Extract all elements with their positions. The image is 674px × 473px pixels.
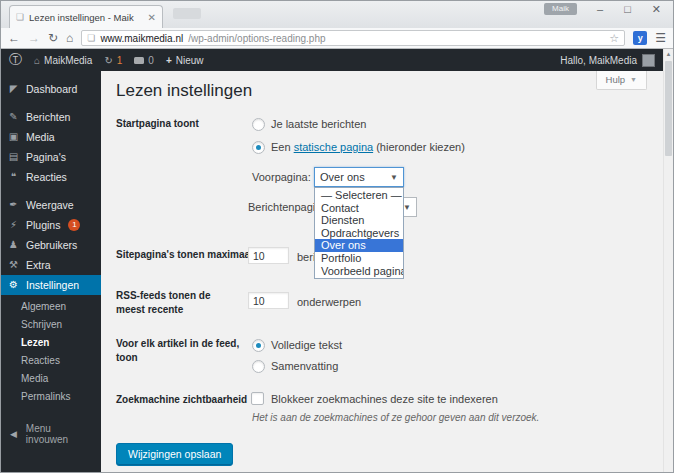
submenu-item-reacties[interactable]: Reacties <box>1 352 101 370</box>
blog-show-input[interactable] <box>248 247 289 264</box>
viewport: Ⓣ ⌂ MaikMedia ↻ 1 0 + Nieuw <box>1 49 673 473</box>
radio-static-page[interactable] <box>252 141 265 154</box>
plugins-icon: ⚡ <box>7 218 20 232</box>
adminbar-new[interactable]: + Nieuw <box>166 55 204 66</box>
static-page-link[interactable]: statische pagina <box>294 141 374 153</box>
page-title: Lezen instellingen <box>116 81 252 101</box>
sidebar-item-paginas[interactable]: ▤Pagina's <box>1 147 101 167</box>
sidebar-item-reacties[interactable]: ❝Reacties <box>1 167 101 187</box>
sidebar-item-label: Plugins <box>26 218 60 232</box>
tools-icon: ⚒ <box>7 258 20 272</box>
close-icon[interactable]: ✕ <box>652 3 661 16</box>
bookmark-star-icon[interactable]: ☆ <box>609 32 619 45</box>
submenu-item-algemeen[interactable]: Algemeen <box>1 298 101 316</box>
sidebar-item-dashboard[interactable]: ◤Dashboard <box>1 79 101 99</box>
save-button[interactable]: Wijzigingen opslaan <box>116 443 233 466</box>
frontpage-dropdown-list: — Selecteren — Contact Diensten Opdracht… <box>314 187 404 279</box>
forward-icon[interactable]: → <box>28 32 40 44</box>
extension-icon[interactable]: y <box>633 31 647 45</box>
radio-summary[interactable] <box>252 360 265 373</box>
adminbar-site-link[interactable]: ⌂ MaikMedia <box>34 55 92 66</box>
sidebar-item-label: Berichten <box>26 110 70 124</box>
dropdown-option[interactable]: Diensten <box>315 214 403 227</box>
dropdown-option[interactable]: Contact <box>315 202 403 215</box>
comment-count: 0 <box>148 55 154 66</box>
dropdown-option[interactable]: Opdrachtgevers <box>315 227 403 240</box>
new-tab-button[interactable] <box>173 8 201 19</box>
sidebar-item-label: Dashboard <box>26 82 77 96</box>
collapse-label: Menu invouwen <box>26 423 95 445</box>
sidebar-item-instellingen[interactable]: ⚙Instellingen <box>1 275 101 295</box>
static-pre-text: Een <box>271 141 294 153</box>
wp-admin: Ⓣ ⌂ MaikMedia ↻ 1 0 + Nieuw <box>1 49 663 473</box>
front-label: Startpagina toont <box>116 117 199 131</box>
radio-latest-posts[interactable] <box>252 118 265 131</box>
submenu-item-permalinks[interactable]: Permalinks <box>1 388 101 406</box>
adminbar-account[interactable]: Hallo, MaikMedia <box>560 54 655 67</box>
collapse-menu-button[interactable]: ◀ Menu invouwen <box>1 420 101 448</box>
radio-summary-label[interactable]: Samenvatting <box>271 360 338 372</box>
minimize-icon[interactable]: – <box>597 3 603 16</box>
search-visibility-checkbox[interactable] <box>251 392 264 405</box>
submenu-item-schrijven[interactable]: Schrijven <box>1 316 101 334</box>
browser-window: ❏ Lezen instellingen - Maik ✕ Maik – □ ✕… <box>0 0 674 473</box>
search-visibility-label: Zoekmachine zichtbaarheid <box>116 393 247 407</box>
radio-latest-posts-label[interactable]: Je laatste berichten <box>271 118 366 130</box>
sidebar-item-gebruikers[interactable]: ♟Gebruikers <box>1 235 101 255</box>
url-bar[interactable]: ❏ www.maikmedia.nl/wp-admin/options-read… <box>81 30 625 46</box>
maximize-icon[interactable]: □ <box>624 3 631 16</box>
sidebar-item-label: Weergave <box>26 198 74 212</box>
help-label: Hulp <box>606 74 626 85</box>
dropdown-option-selected[interactable]: Over ons <box>315 239 403 252</box>
window-controls: – □ ✕ <box>597 3 661 16</box>
tab-close-icon[interactable]: ✕ <box>148 12 156 23</box>
wordpress-logo-icon[interactable]: Ⓣ <box>9 51 22 69</box>
home-icon[interactable]: ⌂ <box>66 32 73 44</box>
radio-full-text[interactable] <box>252 339 265 352</box>
comment-bubble-icon <box>134 57 144 64</box>
sidebar-item-extra[interactable]: ⚒Extra <box>1 255 101 275</box>
pages-icon: ▤ <box>7 150 20 164</box>
dropdown-option[interactable]: — Selecteren — <box>315 189 403 202</box>
dropdown-option[interactable]: Voorbeeld pagina <box>315 265 403 278</box>
browser-profile-button[interactable]: Maik <box>544 3 577 15</box>
back-icon[interactable]: ← <box>8 32 20 44</box>
submenu-item-lezen[interactable]: Lezen <box>1 334 101 352</box>
sidebar-item-weergave[interactable]: ✒Weergave <box>1 195 101 215</box>
comments-icon: ❝ <box>7 170 20 184</box>
sidebar-item-plugins[interactable]: ⚡Plugins1 <box>1 215 101 235</box>
scrollbar-up-icon[interactable]: ▲ <box>664 51 673 57</box>
scrollbar-thumb[interactable] <box>665 61 672 156</box>
sidebar-item-label: Reacties <box>26 170 67 184</box>
browser-titlebar: ❏ Lezen instellingen - Maik ✕ Maik – □ ✕ <box>1 1 673 28</box>
frontpage-select[interactable]: Over ons ▼ <box>314 167 404 187</box>
search-visibility-checkbox-label[interactable]: Blokkeer zoekmachines deze site te index… <box>271 393 498 405</box>
sidebar-item-label: Media <box>26 130 55 144</box>
sidebar-item-berichten[interactable]: ✎Berichten <box>1 107 101 127</box>
page-scrollbar[interactable]: ▲ <box>663 49 673 473</box>
plugins-update-badge: 1 <box>68 219 80 231</box>
page-favicon-icon: ❏ <box>16 12 24 22</box>
rss-input[interactable] <box>248 292 289 309</box>
adminbar-updates[interactable]: ↻ 1 <box>104 55 122 66</box>
adminbar-comments[interactable]: 0 <box>134 55 154 66</box>
media-icon: ▣ <box>7 130 20 144</box>
frontpage-label: Voorpagina: <box>252 171 311 183</box>
radio-static-page-label[interactable]: Een statische pagina (hieronder kiezen) <box>271 141 465 153</box>
posts-pin-icon: ✎ <box>7 110 20 124</box>
feed-label: Voor elk artikel in de feed, toon <box>116 337 241 365</box>
dropdown-option[interactable]: Portfolio <box>315 252 403 265</box>
page-icon: ❏ <box>87 33 95 43</box>
refresh-icon[interactable]: ↻ <box>48 32 58 44</box>
radio-full-text-label[interactable]: Volledige tekst <box>271 339 342 351</box>
browser-menu-icon[interactable]: ☰ <box>655 31 666 45</box>
new-label: Nieuw <box>176 55 204 66</box>
search-visibility-note: Het is aan de zoekmachines of ze gehoor … <box>252 412 539 423</box>
browser-tab[interactable]: ❏ Lezen instellingen - Maik ✕ <box>9 5 163 28</box>
submenu-item-media[interactable]: Media <box>1 370 101 388</box>
static-post-text: (hieronder kiezen) <box>373 141 465 153</box>
sidebar-item-label: Gebruikers <box>26 238 77 252</box>
sidebar-item-media[interactable]: ▣Media <box>1 127 101 147</box>
help-button[interactable]: Hulp ▼ <box>596 71 647 90</box>
chevron-down-icon: ▼ <box>630 76 637 83</box>
